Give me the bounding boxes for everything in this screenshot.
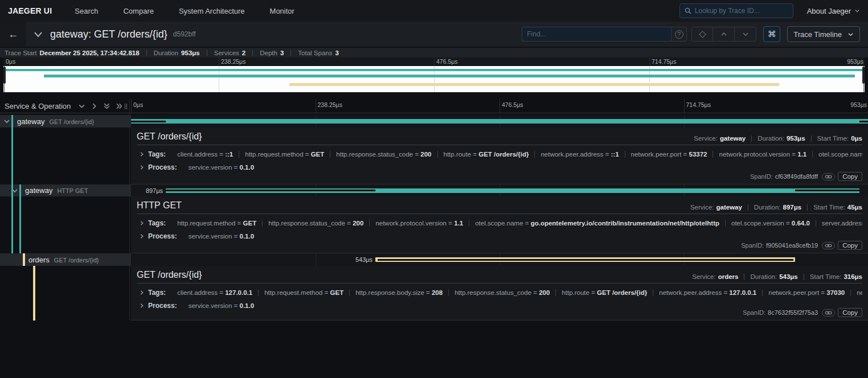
span-tag: http.route = GET /orders/{id} bbox=[555, 289, 653, 296]
process-section[interactable]: Process: service.version = 0.1.0 bbox=[137, 163, 862, 171]
deep-link-icon[interactable] bbox=[822, 173, 835, 180]
span-tag: http.response.status_code = 200 bbox=[448, 289, 555, 296]
nav-item-search[interactable]: Search bbox=[75, 7, 98, 15]
span-tag: http.request.method = GET bbox=[171, 220, 262, 227]
focus-span-button[interactable] bbox=[691, 27, 713, 42]
command-icon: ⌘ bbox=[768, 29, 776, 39]
next-result-button[interactable] bbox=[735, 27, 756, 42]
trace-id-lookup-input[interactable] bbox=[695, 7, 788, 15]
minimap-left-scrubber[interactable] bbox=[3, 67, 6, 84]
service-name: orders bbox=[28, 256, 50, 264]
tags-section[interactable]: Tags: http.request.method = GEThttp.resp… bbox=[137, 219, 862, 227]
span-bar-cell[interactable]: 897μs bbox=[131, 184, 868, 196]
span-bar-cell[interactable]: 543μs bbox=[131, 253, 868, 266]
span-tag: otel.scope.name = go.openteleme… bbox=[812, 151, 862, 158]
start-time-label: Start Time: bbox=[817, 135, 849, 142]
span-row-orders[interactable]: ordersGET /orders/{id} 543μs bbox=[0, 253, 868, 266]
span-id-label: SpanID: bbox=[750, 173, 773, 180]
search-icon bbox=[685, 7, 691, 14]
chevron-down-icon bbox=[742, 31, 749, 38]
service-value: gateway bbox=[720, 135, 746, 142]
chevron-right-icon bbox=[139, 303, 145, 309]
span-row-gateway-root[interactable]: gatewayGET /orders/{id} bbox=[0, 115, 868, 128]
service-name: gateway bbox=[25, 186, 52, 195]
trace-view-selector[interactable]: Trace Timeline bbox=[787, 26, 860, 42]
start-time-value: 0μs bbox=[851, 135, 862, 142]
nav-item-system-architecture[interactable]: System Architecture bbox=[179, 7, 245, 15]
tags-label: Tags: bbox=[148, 150, 166, 158]
span-tag: http.request.method = GET bbox=[239, 151, 330, 158]
critical-path-stripe bbox=[795, 190, 859, 191]
span-bar-cell[interactable] bbox=[131, 115, 868, 128]
duration-label: Duration: bbox=[754, 204, 781, 211]
tags-label: Tags: bbox=[148, 219, 166, 227]
chevron-down-icon[interactable] bbox=[3, 118, 10, 125]
about-jaeger-menu[interactable]: About Jaeger bbox=[807, 7, 860, 15]
start-time-value: 316μs bbox=[844, 273, 862, 280]
span-id-label: SpanID: bbox=[741, 242, 764, 249]
copy-span-id-button[interactable]: Copy bbox=[838, 241, 862, 250]
span-tag: network.peer.address = 127.0.0.1 bbox=[653, 289, 762, 296]
critical-path-stripe bbox=[131, 121, 166, 122]
span-tag: http.route = GET /orders/{id} bbox=[437, 151, 535, 158]
summary-total-spans: Total Spans3 bbox=[298, 50, 339, 56]
chevron-right-icon bbox=[139, 233, 145, 239]
summary-depth: Depth3 bbox=[260, 50, 284, 56]
minimap-right-scrubber[interactable] bbox=[862, 67, 865, 84]
critical-path-stripe bbox=[166, 190, 375, 191]
trace-collapse-toggle[interactable] bbox=[32, 28, 44, 40]
span-tag: http.response.status_code = 200 bbox=[330, 151, 437, 158]
chevron-up-icon bbox=[720, 31, 727, 38]
deep-link-icon[interactable] bbox=[822, 309, 835, 317]
span-detail-gateway-root: GET /orders/{id} Service:gateway Duratio… bbox=[131, 128, 868, 184]
chevron-down-icon bbox=[854, 8, 860, 14]
span-timeline-ticks: 0μs238.25μs476.5μs714.75μs953μs bbox=[131, 99, 868, 113]
chevron-right-icon bbox=[139, 220, 145, 226]
chevron-right-icon bbox=[139, 151, 145, 157]
trace-title: gateway: GET /orders/{id} bbox=[50, 28, 167, 40]
find-help-button[interactable]: ? bbox=[671, 27, 687, 42]
span-row-gateway-httpget[interactable]: gatewayHTTP GET 897μs bbox=[0, 184, 868, 196]
span-duration-bar[interactable] bbox=[131, 119, 868, 124]
service-label: Service: bbox=[690, 204, 714, 211]
chevron-right-icon bbox=[139, 290, 145, 295]
trace-summary-bar: Trace StartDecember 25 2025, 17:34:42.81… bbox=[0, 48, 868, 57]
service-label: Service: bbox=[694, 135, 718, 142]
span-tag: client.address = ::1 bbox=[171, 151, 239, 158]
jaeger-logo[interactable]: JAEGER UI bbox=[8, 6, 52, 15]
collapse-all-icon[interactable] bbox=[103, 102, 110, 110]
timeline-minimap[interactable] bbox=[3, 66, 865, 92]
service-color-stripe bbox=[23, 253, 25, 266]
find-bar: ? bbox=[522, 27, 687, 42]
duration-label: Duration: bbox=[758, 135, 784, 142]
span-id-value: 8c7632f55f2f75a3 bbox=[768, 309, 818, 316]
process-section[interactable]: Process: service.version = 0.1.0 bbox=[137, 232, 862, 240]
find-input[interactable] bbox=[522, 27, 671, 42]
span-tag: http.response.status_code = 200 bbox=[262, 220, 369, 227]
deep-link-icon[interactable] bbox=[822, 242, 835, 249]
span-detail-orders: GET /orders/{id} Service:orders Duration… bbox=[131, 266, 868, 321]
copy-span-id-button[interactable]: Copy bbox=[838, 172, 862, 181]
column-resize-grip[interactable] bbox=[125, 104, 127, 109]
nav-item-compare[interactable]: Compare bbox=[123, 7, 153, 15]
back-button[interactable]: ← bbox=[0, 22, 26, 47]
span-tag: network.protocol.version = 1.1 bbox=[713, 151, 812, 158]
span-duration-bar-label: 543μs bbox=[355, 256, 375, 263]
span-tag: network.peer.port = 53372 bbox=[625, 151, 713, 158]
expand-one-icon[interactable] bbox=[91, 102, 98, 110]
indent-guide-httpget bbox=[19, 196, 21, 253]
expand-all-icon[interactable] bbox=[116, 102, 123, 110]
tags-section[interactable]: Tags: client.address = ::1http.request.m… bbox=[137, 150, 862, 158]
copy-span-id-button[interactable]: Copy bbox=[838, 308, 862, 317]
tags-section[interactable]: Tags: client.address = 127.0.0.1http.req… bbox=[137, 289, 862, 297]
operation-name: HTTP GET bbox=[57, 187, 88, 194]
span-tag: http.request.method = GET bbox=[258, 289, 349, 296]
collapse-one-icon[interactable] bbox=[78, 102, 85, 110]
prev-result-button[interactable] bbox=[713, 27, 735, 42]
start-time-label: Start Time: bbox=[810, 273, 842, 280]
keyboard-shortcuts-button[interactable]: ⌘ bbox=[763, 26, 780, 42]
service-operation-header: Service & Operation bbox=[5, 102, 71, 110]
trace-id-lookup[interactable] bbox=[679, 3, 793, 18]
nav-item-monitor[interactable]: Monitor bbox=[270, 7, 294, 15]
start-time-label: Start Time: bbox=[813, 204, 845, 211]
